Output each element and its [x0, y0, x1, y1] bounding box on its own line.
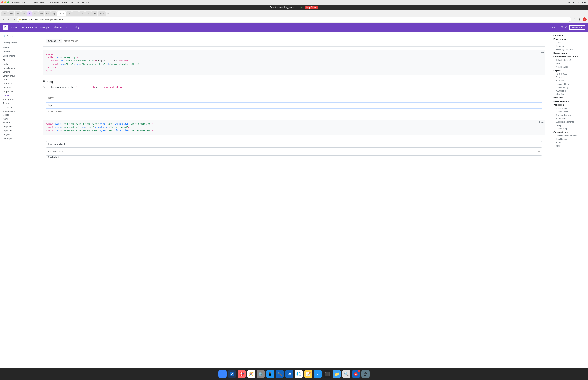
sidebar-item-badge[interactable]: Badge — [0, 62, 37, 66]
right-sidebar-auto-sizing[interactable]: Auto-sizing — [551, 89, 588, 93]
dock-settings[interactable]: ⚙️ — [257, 370, 265, 378]
nav-documentation[interactable]: Documentation — [20, 26, 37, 29]
right-sidebar-horizontal-form[interactable]: Horizontal form — [551, 82, 588, 86]
twitter-icon[interactable]: 𝕋 — [561, 26, 563, 29]
version-badge[interactable]: v4.3 ▾ — [549, 26, 555, 29]
browser-tab[interactable]: py| — [21, 11, 27, 16]
right-sidebar-form-grid[interactable]: Form grid — [551, 76, 588, 79]
browser-tab[interactable]: Ne — [79, 11, 85, 16]
mac-menu-profiles[interactable]: Profiles — [62, 1, 68, 3]
mac-menu-window[interactable]: Window — [76, 1, 84, 3]
dock-trash[interactable]: 🗑 — [361, 370, 370, 378]
browser-tab[interactable]: Be ✕ — [98, 11, 106, 16]
right-sidebar-inline-forms[interactable]: Inline forms — [551, 93, 588, 96]
sidebar-item-alerts[interactable]: Alerts — [0, 58, 37, 62]
dock-notes[interactable]: 📝 — [304, 370, 312, 378]
sidebar-item-jumbotron[interactable]: Jumbotron — [0, 101, 37, 105]
sidebar-item-list-group[interactable]: List group — [0, 105, 37, 109]
download-button[interactable]: Download — [569, 25, 585, 30]
right-sidebar-help-text[interactable]: Help text — [551, 96, 588, 99]
dock-app-store[interactable]: 🎯 1 — [352, 370, 360, 378]
nav-blog[interactable]: Blog — [75, 26, 80, 29]
sidebar-item-buttons[interactable]: Buttons — [0, 70, 37, 74]
right-sidebar-layout[interactable]: Layout — [551, 69, 588, 72]
sidebar-item-scrollspy[interactable]: Scrollspy — [0, 136, 37, 140]
dock-zoom[interactable]: Z — [314, 370, 322, 378]
dock-word[interactable]: W — [285, 370, 293, 378]
right-sidebar-server-side[interactable]: Server side — [551, 117, 588, 120]
sidebar-item-card[interactable]: Card — [0, 78, 37, 82]
right-sidebar-form-row[interactable]: Form row — [551, 79, 588, 82]
bootstrap-brand[interactable]: B — [3, 25, 8, 30]
navbar-links[interactable]: Home Documentation Examples Themes Expo … — [11, 26, 80, 29]
sidebar-item-input-group[interactable]: Input group — [0, 97, 37, 101]
sidebar-item-pagination[interactable]: Pagination — [0, 125, 37, 129]
sidebar-item-dropdowns[interactable]: Dropdowns — [0, 90, 37, 93]
nav-home[interactable]: Home — [11, 26, 17, 29]
dock-spotlight[interactable]: 🔍 — [342, 370, 350, 378]
mac-menu-bar[interactable]: Chrome File Edit View History Bookmarks … — [12, 1, 90, 3]
right-sidebar-custom-forms[interactable]: Custom forms — [551, 131, 588, 134]
browser-tab[interactable]: xcc — [8, 11, 15, 16]
right-sidebar-inline-2[interactable]: Inline — [551, 144, 588, 148]
mac-menu-view[interactable]: View — [34, 1, 38, 3]
nav-examples[interactable]: Examples — [40, 26, 51, 29]
browser-tab[interactable]: mc — [45, 11, 51, 16]
mac-menu-chrome[interactable]: Chrome — [12, 1, 19, 3]
url-bar[interactable]: 🔒 getbootstrap.com/docs/4.3/components/f… — [17, 17, 571, 22]
mac-menu-history[interactable]: History — [40, 1, 47, 3]
dock-finder[interactable]: 🖥 — [218, 370, 227, 378]
sidebar-item-modal[interactable]: Modal — [0, 113, 37, 117]
right-sidebar-supported-elements[interactable]: Supported elements — [551, 120, 588, 124]
copy-button-1[interactable]: Copy — [539, 51, 544, 54]
form-control-md-input[interactable] — [46, 103, 542, 108]
browser-tab[interactable]: B — [27, 11, 32, 16]
right-sidebar-inline[interactable]: Inline — [551, 62, 588, 65]
right-sidebar-readonly-plain[interactable]: Readonly plain text — [551, 48, 588, 51]
dock-vscode[interactable] — [228, 370, 236, 378]
dock-launchpad[interactable]: 🎯 — [238, 370, 246, 378]
right-sidebar-validation[interactable]: Validation — [551, 103, 588, 107]
browser-tab[interactable]: Re — [85, 11, 91, 16]
mac-menu-edit[interactable]: Edit — [28, 1, 31, 3]
right-sidebar-without-labels[interactable]: Without labels — [551, 65, 588, 69]
sidebar-item-navs[interactable]: Navs — [0, 117, 37, 121]
right-sidebar-form-controls[interactable]: Form controls — [551, 38, 588, 41]
right-sidebar-range-inputs[interactable]: Range Inputs — [551, 51, 588, 55]
browser-tab[interactable]: W5 — [91, 11, 98, 16]
browser-tabs[interactable]: my| xcc Wh py| B Ho Ho mc Sig File ✕ De … — [0, 10, 588, 16]
large-select[interactable]: Large select — [46, 141, 542, 148]
right-sidebar-custom-styles[interactable]: Custom styles — [551, 110, 588, 114]
right-sidebar-how-it-works[interactable]: How it works — [551, 107, 588, 110]
back-button[interactable]: ← — [1, 17, 5, 21]
profile-avatar[interactable]: R — [583, 17, 587, 21]
right-sidebar-checkboxes-radios-2[interactable]: Checkboxes and radios — [551, 134, 588, 137]
github-icon[interactable]: ○ — [558, 26, 559, 29]
right-sidebar-browser-defaults[interactable]: Browser defaults — [551, 114, 588, 117]
copy-button-2[interactable]: Copy — [539, 121, 544, 123]
mac-menu-file[interactable]: File — [22, 1, 25, 3]
mac-menu-help[interactable]: Help — [86, 1, 90, 3]
browser-tab[interactable]: Ho — [32, 11, 38, 16]
dock-safari[interactable]: 🧭 — [247, 370, 255, 378]
dock-terminal[interactable]: ⬛ — [323, 370, 331, 378]
mac-menu-bookmarks[interactable]: Bookmarks — [49, 1, 59, 3]
sidebar-item-collapse[interactable]: Collapse — [0, 86, 37, 90]
mac-traffic-lights[interactable] — [1, 1, 9, 3]
sidebar-item-progress[interactable]: Progress — [0, 133, 37, 136]
right-sidebar-readonly[interactable]: Readonly — [551, 44, 588, 48]
small-select[interactable]: Small select — [46, 155, 542, 159]
bookmark-button[interactable]: ☆ — [572, 17, 576, 21]
right-sidebar-disabled-forms[interactable]: Disabled forms — [551, 99, 588, 103]
search-input[interactable] — [2, 34, 35, 38]
dock-xcode[interactable]: 🔨 — [276, 370, 284, 378]
sidebar-item-navbar[interactable]: Navbar — [0, 121, 37, 125]
mac-menu-tab[interactable]: Tab — [71, 1, 74, 3]
browser-tab[interactable]: my| — [1, 11, 8, 16]
browser-tab[interactable]: pas — [72, 11, 79, 16]
right-sidebar-form-groups[interactable]: Form groups — [551, 72, 588, 76]
form-control-sm-input[interactable] — [46, 110, 542, 113]
nav-expo[interactable]: Expo — [66, 26, 72, 29]
right-sidebar-radios[interactable]: Radios — [551, 141, 588, 144]
sidebar-item-forms[interactable]: Forms — [0, 93, 37, 97]
